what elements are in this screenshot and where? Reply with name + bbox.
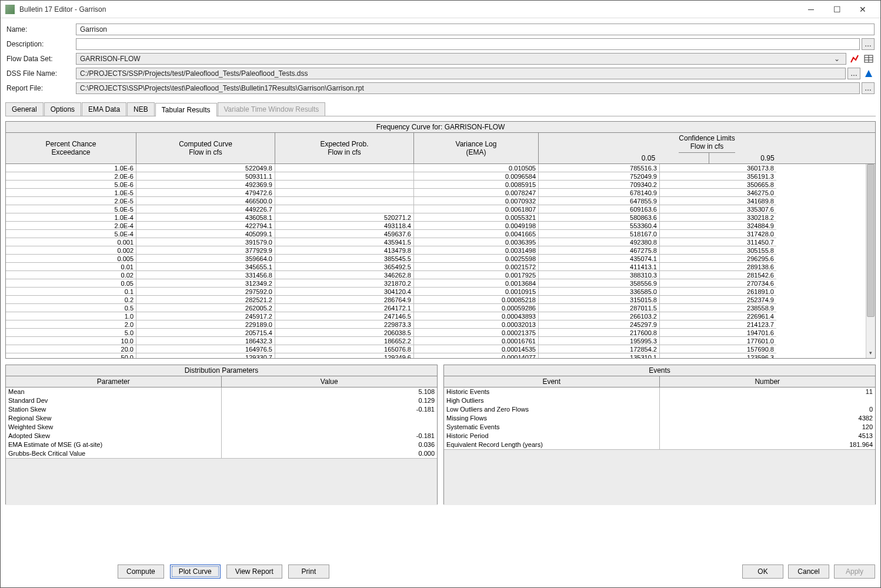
reportfile-field: C:\PROJECTS\SSP\Projects\test\Paleoflood… bbox=[76, 82, 860, 94]
name-label: Name: bbox=[6, 25, 76, 34]
table-row: Missing Flows4382 bbox=[444, 414, 875, 423]
description-browse-button[interactable]: … bbox=[862, 38, 875, 50]
table-row: Historic Period4513 bbox=[444, 432, 875, 440]
ok-button[interactable]: OK bbox=[742, 564, 783, 579]
table-row[interactable]: 1.0E-4436058.1520271.20.0055321580863.63… bbox=[6, 213, 866, 222]
table-row: Low Outliers and Zero Flows0 bbox=[444, 405, 875, 414]
table-row[interactable]: 50.0129330.7129249.60.00014077135310.112… bbox=[6, 353, 866, 358]
table-row[interactable]: 5.0E-4405099.1459637.60.0041665518167.03… bbox=[6, 230, 866, 238]
table-row[interactable]: 2.0E-6509311.10.0096584752049.9356191.3 bbox=[6, 172, 866, 181]
button-bar: Compute Plot Curve View Report Print OK … bbox=[0, 561, 881, 582]
table-row[interactable]: 2.0E-5466500.00.0070932647855.9341689.8 bbox=[6, 197, 866, 205]
table-row: Weighted Skew bbox=[6, 423, 437, 432]
name-input[interactable]: Garrison bbox=[76, 24, 875, 35]
vertical-scrollbar[interactable]: ▾ bbox=[866, 164, 875, 358]
tab-content: Frequency Curve for: GARRISON-FLOW Perce… bbox=[1, 116, 880, 509]
distribution-parameters-panel: Distribution Parameters Parameter Value … bbox=[5, 365, 438, 505]
chevron-down-icon: ⌄ bbox=[832, 55, 842, 63]
events-panel: Events Event Number Historic Events11Hig… bbox=[443, 365, 876, 505]
tab-variable-time-window: Variable Time Window Results bbox=[218, 102, 326, 116]
table-row[interactable]: 2.0229189.0229873.30.00032013245297.9214… bbox=[6, 320, 866, 329]
dssfile-label: DSS File Name: bbox=[6, 69, 76, 78]
table-row[interactable]: 1.0E-6522049.80.010505785516.3360173.8 bbox=[6, 164, 866, 172]
tab-ema-data[interactable]: EMA Data bbox=[82, 102, 126, 116]
tab-general[interactable]: General bbox=[5, 102, 44, 116]
frequency-table-title: Frequency Curve for: GARRISON-FLOW bbox=[6, 122, 875, 133]
cancel-button[interactable]: Cancel bbox=[788, 564, 829, 579]
scroll-down-icon[interactable]: ▾ bbox=[866, 350, 875, 358]
plot-blue-icon[interactable] bbox=[863, 68, 875, 79]
table-row[interactable]: 2.0E-4422794.1493118.40.0049198553360.43… bbox=[6, 222, 866, 230]
col-computed-curve: Computed CurveFlow in cfs bbox=[136, 133, 275, 163]
minimize-button[interactable]: ─ bbox=[798, 1, 824, 18]
scrollbar-thumb[interactable] bbox=[867, 164, 875, 317]
table-row[interactable]: 1.0E-5479472.60.0078247678140.9346275.0 bbox=[6, 189, 866, 197]
dist-col-value: Value bbox=[222, 376, 438, 387]
table-row[interactable]: 5.0E-5449226.70.0061807609163.6335307.6 bbox=[6, 205, 866, 213]
frequency-table-body[interactable]: 1.0E-6522049.80.010505785516.3360173.82.… bbox=[6, 164, 866, 358]
form-area: Name: Garrison Description: … Flow Data … bbox=[1, 18, 880, 99]
table-row[interactable]: 5.0E-6492369.90.0085915709340.2350665.8 bbox=[6, 181, 866, 189]
flowset-label: Flow Data Set: bbox=[6, 55, 76, 63]
table-row[interactable]: 0.001391579.0435941.50.0036395492380.831… bbox=[6, 238, 866, 246]
table-row: Historic Events11 bbox=[444, 387, 875, 396]
dist-body: Mean5.108Standard Dev0.129Station Skew-0… bbox=[6, 387, 437, 505]
close-button[interactable]: ✕ bbox=[850, 1, 876, 18]
table-row[interactable]: 0.05312349.2321870.20.0013684358556.9270… bbox=[6, 279, 866, 288]
table-row: Adopted Skew-0.181 bbox=[6, 432, 437, 440]
table-icon[interactable] bbox=[863, 53, 875, 65]
col-conf-005: 0.05 bbox=[588, 153, 709, 163]
col-confidence-limits: Confidence LimitsFlow in cfs 0.05 0.95 bbox=[539, 133, 875, 163]
tab-options[interactable]: Options bbox=[44, 102, 81, 116]
table-row[interactable]: 0.1297592.0304120.40.0010915336585.02618… bbox=[6, 288, 866, 296]
table-row[interactable]: 0.005359664.0385545.50.0025598435074.129… bbox=[6, 255, 866, 263]
dssfile-browse-button[interactable]: … bbox=[847, 68, 860, 79]
table-row[interactable]: 0.002377929.9413479.80.0031498467275.830… bbox=[6, 246, 866, 255]
tab-neb[interactable]: NEB bbox=[127, 102, 155, 116]
compute-button[interactable]: Compute bbox=[118, 564, 164, 579]
table-row[interactable]: 10.0186432.3186652.20.00016761195995.317… bbox=[6, 337, 866, 345]
frequency-table: Frequency Curve for: GARRISON-FLOW Perce… bbox=[5, 121, 876, 359]
app-icon bbox=[5, 5, 15, 14]
plot-curve-button[interactable]: Plot Curve bbox=[170, 564, 221, 579]
table-row: Equivalent Record Length (years)181.964 bbox=[444, 440, 875, 449]
table-row: Systematic Events120 bbox=[444, 423, 875, 432]
maximize-button[interactable]: ☐ bbox=[824, 1, 850, 18]
window-title: Bulletin 17 Editor - Garrison bbox=[19, 5, 798, 14]
table-row[interactable]: 0.02331456.8346262.80.0017925388310.3281… bbox=[6, 271, 866, 279]
table-row[interactable]: 0.5262005.2264172.10.00059286287011.5238… bbox=[6, 304, 866, 312]
table-row[interactable]: 5.0205715.4206038.50.00021375217600.8194… bbox=[6, 329, 866, 337]
events-body: Historic Events11High OutliersLow Outlie… bbox=[444, 387, 875, 505]
tab-tabular-results[interactable]: Tabular Results bbox=[155, 103, 217, 116]
col-percent-chance: Percent ChanceExceedance bbox=[6, 133, 136, 163]
tab-bar: General Options EMA Data NEB Tabular Res… bbox=[5, 102, 876, 116]
titlebar: Bulletin 17 Editor - Garrison ─ ☐ ✕ bbox=[1, 1, 880, 18]
reportfile-browse-button[interactable]: … bbox=[862, 82, 875, 94]
table-row[interactable]: 20.0164976.5165076.80.00014535172854.215… bbox=[6, 345, 866, 353]
reportfile-label: Report File: bbox=[6, 84, 76, 92]
table-row: Grubbs-Beck Critical Value0.000 bbox=[6, 449, 437, 458]
svg-marker-4 bbox=[865, 70, 872, 77]
plot-red-icon[interactable] bbox=[849, 53, 860, 65]
description-label: Description: bbox=[6, 40, 76, 48]
table-row: High Outliers bbox=[444, 396, 875, 405]
table-row: Regional Skew bbox=[6, 414, 437, 423]
table-row[interactable]: 0.01345655.1365492.50.0021572411413.1289… bbox=[6, 263, 866, 271]
table-row[interactable]: 0.2282521.2286764.90.00085218315015.8252… bbox=[6, 296, 866, 304]
print-button[interactable]: Print bbox=[288, 564, 329, 579]
description-input[interactable] bbox=[76, 38, 860, 50]
table-row: Mean5.108 bbox=[6, 387, 437, 396]
col-conf-095: 0.95 bbox=[709, 153, 826, 163]
dist-col-parameter: Parameter bbox=[6, 376, 222, 387]
apply-button: Apply bbox=[834, 564, 875, 579]
view-report-button[interactable]: View Report bbox=[226, 564, 282, 579]
col-expected-prob: Expected Prob.Flow in cfs bbox=[275, 133, 414, 163]
table-row[interactable]: 1.0245917.2247146.50.00043893266103.2226… bbox=[6, 312, 866, 320]
table-row: Station Skew-0.181 bbox=[6, 405, 437, 414]
dist-title: Distribution Parameters bbox=[6, 365, 437, 376]
events-title: Events bbox=[444, 365, 875, 376]
dssfile-field: C:/PROJECTS/SSP/Projects/test/Paleoflood… bbox=[76, 68, 846, 79]
events-col-number: Number bbox=[660, 376, 876, 387]
flowset-dropdown[interactable]: GARRISON-FLOW ⌄ bbox=[76, 53, 846, 65]
events-col-event: Event bbox=[444, 376, 660, 387]
